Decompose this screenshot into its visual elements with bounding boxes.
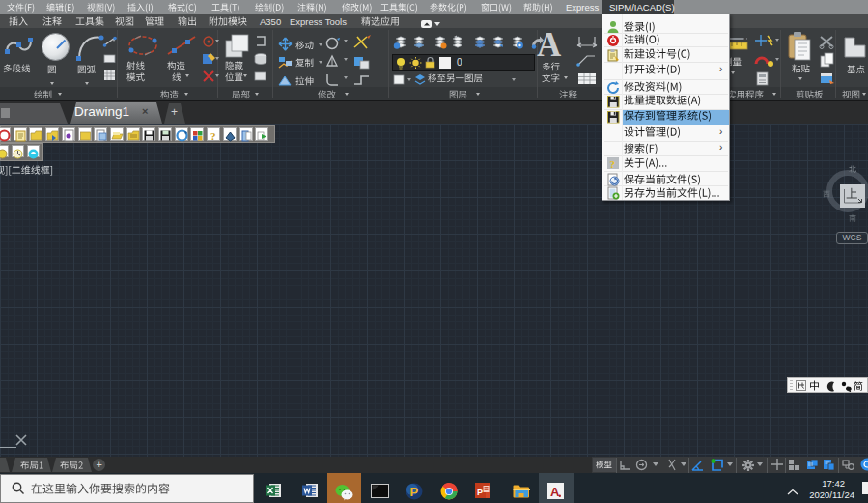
svg-text:?: ? — [610, 157, 616, 169]
svg-text:P: P — [410, 485, 419, 499]
svg-text:P: P — [477, 488, 483, 497]
svg-text:?: ? — [210, 130, 216, 142]
svg-text:A: A — [550, 485, 560, 499]
